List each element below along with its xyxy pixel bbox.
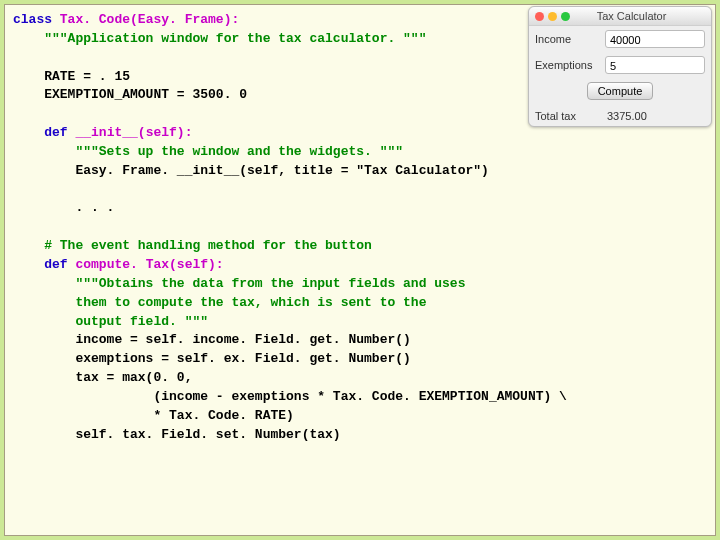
const-rate: RATE = . 15 [13,69,130,84]
kw-def-compute: def [13,257,75,272]
stmt-tax-3: * Tax. Code. RATE) [13,408,294,423]
kw-class: class [13,12,60,27]
income-label: Income [535,33,599,45]
stmt-exemptions: exemptions = self. ex. Field. get. Numbe… [13,351,411,366]
docstring-compute-1: """Obtains the data from the input field… [13,276,465,291]
stmt-tax-1: tax = max(0. 0, [13,370,192,385]
def-init: __init__(self): [75,125,192,140]
row-total: Total tax 3375.00 [529,106,711,126]
exemptions-field[interactable]: 5 [605,56,705,74]
minimize-icon[interactable] [548,12,557,21]
docstring-compute-3: output field. """ [13,314,208,329]
close-icon[interactable] [535,12,544,21]
docstring-compute-2: them to compute the tax, which is sent t… [13,295,426,310]
const-exemption: EXEMPTION_AMOUNT = 3500. 0 [13,87,247,102]
stmt-tax-2: (income - exemptions * Tax. Code. EXEMPT… [13,389,567,404]
titlebar: Tax Calculator [529,7,711,26]
docstring-init: """Sets up the window and the widgets. "… [13,144,403,159]
init-body: Easy. Frame. __init__(self, title = "Tax… [13,163,489,178]
button-bar: Compute [529,78,711,106]
compute-button[interactable]: Compute [587,82,654,100]
total-label: Total tax [535,110,599,122]
class-name: Tax. Code(Easy. Frame): [60,12,239,27]
kw-def-init: def [13,125,75,140]
total-output: 3375.00 [605,110,647,122]
row-exemptions: Exemptions 5 [529,52,711,78]
comment-event: # The event handling method for the butt… [13,238,372,253]
stmt-income: income = self. income. Field. get. Numbe… [13,332,411,347]
row-income: Income 40000 [529,26,711,52]
exemptions-label: Exemptions [535,59,599,71]
ellipsis: . . . [13,200,114,215]
app-window: Tax Calculator Income 40000 Exemptions 5… [528,6,712,127]
def-compute: compute. Tax(self): [75,257,223,272]
window-title: Tax Calculator [558,10,705,22]
income-field[interactable]: 40000 [605,30,705,48]
stmt-set: self. tax. Field. set. Number(tax) [13,427,341,442]
docstring-class: """Application window for the tax calcul… [13,31,426,46]
